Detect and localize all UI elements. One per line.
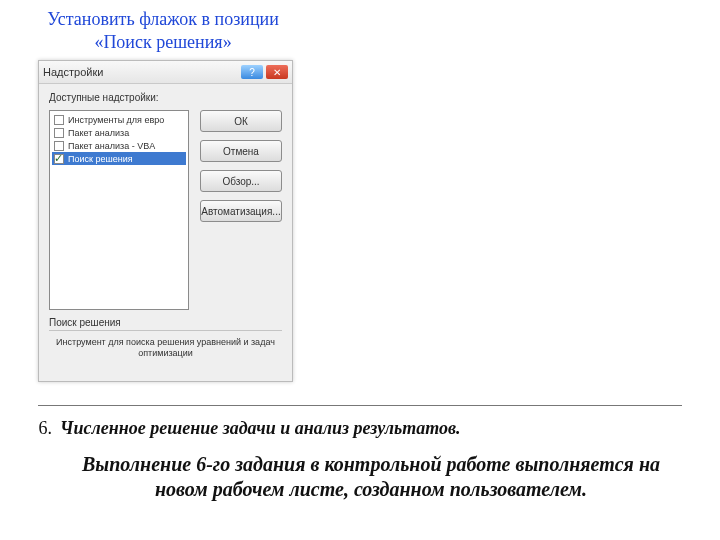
checkbox[interactable] (54, 141, 64, 151)
cancel-button[interactable]: Отмена (200, 140, 282, 162)
caption-line2: «Поиск решения» (94, 32, 231, 52)
divider (49, 330, 282, 331)
list-item[interactable]: Пакет анализа - VBA (52, 139, 186, 152)
description-title: Поиск решения (49, 317, 282, 328)
list-item[interactable]: Пакет анализа (52, 126, 186, 139)
description-panel: Поиск решения Инструмент для поиска реше… (49, 317, 282, 372)
description-body: Инструмент для поиска решения уравнений … (49, 337, 282, 359)
dialog-body: Доступные надстройки: Инструменты для ев… (39, 84, 292, 382)
caption-line1: Установить флажок в позиции (47, 9, 279, 29)
horizontal-rule (38, 405, 682, 406)
list-item-label: Инструменты для евро (68, 115, 164, 125)
button-column: ОК Отмена Обзор... Автоматизация... (200, 110, 282, 222)
list-item[interactable]: Инструменты для евро (52, 113, 186, 126)
step-heading: 6. Численное решение задачи и анализ рез… (20, 418, 682, 439)
help-button[interactable]: ? (241, 65, 263, 79)
list-item[interactable]: Поиск решения (52, 152, 186, 165)
titlebar: Надстройки ? ✕ (39, 61, 292, 84)
dialog-title: Надстройки (43, 66, 103, 78)
list-item-label: Пакет анализа (68, 128, 129, 138)
step-title: Численное решение задачи и анализ резуль… (60, 418, 461, 439)
list-item-label: Пакет анализа - VBA (68, 141, 155, 151)
step-number: 6. (20, 418, 60, 439)
addins-dialog: Надстройки ? ✕ Доступные надстройки: Инс… (38, 60, 293, 382)
checkbox[interactable] (54, 128, 64, 138)
instruction-caption: Установить флажок в позиции «Поиск решен… (38, 8, 288, 53)
list-item-label: Поиск решения (68, 154, 133, 164)
close-button[interactable]: ✕ (266, 65, 288, 79)
checkbox[interactable] (54, 154, 64, 164)
browse-button[interactable]: Обзор... (200, 170, 282, 192)
ok-button[interactable]: ОК (200, 110, 282, 132)
checkbox[interactable] (54, 115, 64, 125)
automation-button[interactable]: Автоматизация... (200, 200, 282, 222)
paragraph: Выполнение 6-го задания в контрольной ра… (60, 452, 682, 502)
available-label: Доступные надстройки: (49, 92, 282, 103)
addins-listbox[interactable]: Инструменты для евро Пакет анализа Пакет… (49, 110, 189, 310)
window-buttons: ? ✕ (241, 65, 288, 79)
